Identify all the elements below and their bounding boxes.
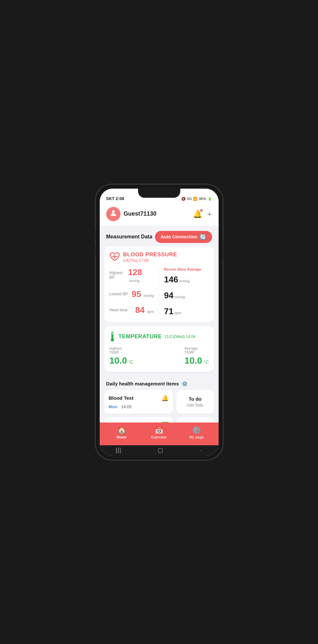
nav-lines xyxy=(116,448,121,453)
avg-highest-unit: mmHg xyxy=(179,279,189,283)
mypage-label: My page xyxy=(189,435,204,439)
heartbeat-row: Heart beat 84 bpm xyxy=(109,305,154,315)
blood-pressure-card: BLOOD PRESSURE 1/4(Thu) 17:08 Highest BP… xyxy=(104,246,214,322)
user-info: Guest71130 xyxy=(106,207,157,221)
back-button[interactable]: ‹ xyxy=(200,448,202,453)
thermometer-icon xyxy=(109,331,115,342)
medicine-card[interactable]: Medicine 🔔 ✅ Vitamin D Medicine 2:03 xyxy=(104,417,173,423)
highest-temp-label: HighestTEMP xyxy=(109,346,134,354)
status-icons: 🔇 5G 📶 96% 🔋 xyxy=(181,197,212,201)
avg-lowest-row: 94 mmHg xyxy=(164,290,209,301)
calendar-label: Calendar xyxy=(151,435,167,439)
network-bars: 📶 xyxy=(193,197,197,201)
todo-title: To do xyxy=(189,396,202,402)
heartbeat-label: Heart beat xyxy=(109,308,128,312)
temp-card-header: TEMPERATURE 11/13(Wed) 14:04 xyxy=(109,331,209,342)
daily-title: Daily health management items xyxy=(106,381,179,386)
header-actions: 🔔 + xyxy=(193,209,212,219)
lowest-bp-label: Lowest BP xyxy=(109,292,128,296)
avg-temp-value: 10.0 xyxy=(184,356,202,366)
notification-button[interactable]: 🔔 xyxy=(193,209,202,219)
user-icon xyxy=(109,209,118,219)
avg-temp-unit: °C xyxy=(204,359,209,365)
bp-lowest-row: Lowest BP 95 mmHg xyxy=(109,289,154,299)
battery-icon: 🔋 xyxy=(208,197,212,201)
bp-title: BLOOD PRESSURE xyxy=(123,251,177,258)
bp-highest-row: Highest BP 128 mmHg xyxy=(109,267,154,283)
lowest-bp-unit: mmHg xyxy=(144,294,154,298)
blood-test-icons: 🔔 xyxy=(161,395,169,402)
avg-lowest-value: 94 xyxy=(164,290,173,301)
battery-level: 96% xyxy=(199,197,206,201)
blood-test-title: Blood Test xyxy=(109,395,134,401)
blood-test-bell-icon[interactable]: 🔔 xyxy=(161,395,169,402)
highest-bp-unit: mmHg xyxy=(129,279,139,283)
temp-datetime: 11/13(Wed) 14:04 xyxy=(164,334,196,339)
temp-content: HighestTEMP 10.0 °C AverageTEMP 10.0 °C xyxy=(109,346,209,366)
bottom-navigation: 🏠 Home 📅 Calendar ⚙️ My page xyxy=(100,423,219,445)
bp-card-header: BLOOD PRESSURE 1/4(Thu) 17:08 xyxy=(109,251,209,263)
signal-icon: 5G xyxy=(187,197,192,201)
notification-dot xyxy=(200,209,203,212)
add-button[interactable]: + xyxy=(207,210,212,218)
nav-calendar[interactable]: 📅 Calendar xyxy=(140,426,178,439)
blood-test-time-value: 14:05 xyxy=(121,404,132,409)
highest-temp-item: HighestTEMP 10.0 °C xyxy=(109,346,134,366)
status-time: SKT 2:08 xyxy=(106,196,124,201)
temperature-card: TEMPERATURE 11/13(Wed) 14:04 HighestTEMP… xyxy=(104,326,214,372)
settings-icon[interactable]: ⚙️ xyxy=(182,381,188,387)
blood-test-card[interactable]: Blood Test 🔔 Mon 14:05 xyxy=(104,390,173,414)
bp-right-column: Recent 3time Average 146 mmHg 94 mmHg 71… xyxy=(159,267,209,316)
daily-section-header: Daily health management items ⚙️ xyxy=(100,376,219,390)
heartbeat-value-group: 84 bpm xyxy=(135,305,154,315)
lowest-bp-value: 95 xyxy=(132,289,141,299)
avg-heartbeat-unit: bpm xyxy=(174,311,181,315)
app-header: Guest71130 🔔 + xyxy=(100,203,219,226)
nav-mypage[interactable]: ⚙️ My page xyxy=(178,426,215,439)
auto-connection-button[interactable]: Auto Connection 🔄 xyxy=(155,231,212,243)
add-medicine-card[interactable]: add M Ac xyxy=(176,417,214,423)
avg-highest-row: 146 mmHg xyxy=(164,275,209,285)
scroll-area: Guest71130 🔔 + Measurement Data Auto Con… xyxy=(100,203,219,423)
blood-test-header: Blood Test 🔔 xyxy=(109,395,169,402)
blood-test-day: Mon xyxy=(109,404,118,409)
mute-icon: 🔇 xyxy=(181,197,186,201)
home-icon: 🏠 xyxy=(117,426,126,435)
avg-temp-label: AverageTEMP xyxy=(184,346,209,354)
highest-bp-value: 128 xyxy=(128,267,142,277)
measurement-section-header: Measurement Data Auto Connection 🔄 xyxy=(100,226,219,246)
calendar-icon: 📅 xyxy=(155,426,163,435)
measurement-title: Measurement Data xyxy=(106,234,152,240)
username: Guest71130 xyxy=(124,210,157,217)
highest-temp-unit: °C xyxy=(128,359,134,365)
home-label: Home xyxy=(117,435,127,439)
bp-datetime: 1/4(Thu) 17:08 xyxy=(123,258,177,263)
svg-rect-3 xyxy=(112,335,113,339)
svg-point-2 xyxy=(111,338,114,342)
todo-subtitle: Add Todo xyxy=(187,403,203,408)
avg-temp-item: AverageTEMP 10.0 °C xyxy=(184,346,209,366)
refresh-icon: 🔄 xyxy=(200,234,206,240)
todo-card[interactable]: To do Add Todo xyxy=(176,390,214,414)
temp-title: TEMPERATURE xyxy=(119,333,162,340)
home-button[interactable] xyxy=(158,448,163,453)
heartbeat-value: 84 xyxy=(135,305,145,315)
blood-test-row: Blood Test 🔔 Mon 14:05 To do Add Todo xyxy=(100,390,219,414)
heart-icon xyxy=(109,252,120,262)
avg-heartbeat-value: 71 xyxy=(164,306,173,316)
mypage-icon: ⚙️ xyxy=(192,426,201,435)
heartbeat-unit: bpm xyxy=(147,310,154,314)
recent-avg-label: Recent 3time Average xyxy=(164,267,209,271)
bp-left-column: Highest BP 128 mmHg Lowest BP 95 mmHg xyxy=(109,267,159,316)
avg-heartbeat-row: 71 bpm xyxy=(164,306,209,316)
avg-highest-value: 146 xyxy=(164,275,178,285)
highest-bp-label: Highest BP xyxy=(109,271,128,280)
avatar xyxy=(106,207,121,221)
blood-test-time: Mon 14:05 xyxy=(109,404,169,409)
lowest-bp-value-group: 95 mmHg xyxy=(132,289,154,299)
nav-home[interactable]: 🏠 Home xyxy=(103,426,140,439)
avg-lowest-unit: mmHg xyxy=(174,295,185,299)
highest-temp-value-group: 10.0 °C xyxy=(109,356,134,366)
highest-temp-value: 10.0 xyxy=(109,356,127,366)
svg-point-0 xyxy=(112,210,115,213)
